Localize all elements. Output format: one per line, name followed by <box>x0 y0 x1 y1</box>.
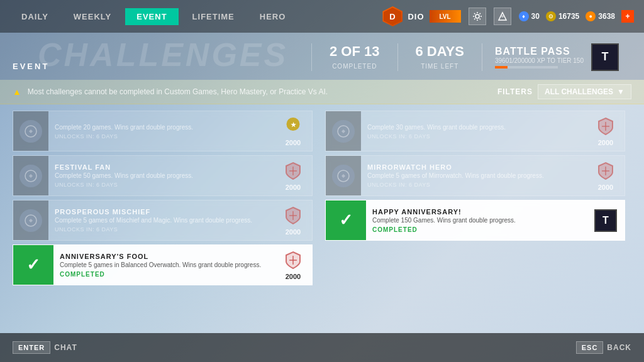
stats-bar: 2 OF 13 COMPLETED 6 DAYS TIME LEFT BATTL… <box>311 43 631 71</box>
challenge-desc-3: Complete 5 games of Mischief and Magic. … <box>55 217 268 224</box>
challenge-icon-box-2 <box>13 156 48 195</box>
challenge-reward-2: 2000 <box>274 156 312 195</box>
esc-key: ESC <box>576 341 604 354</box>
challenge-desc-2: Complete 50 games. Wins grant double pro… <box>55 172 268 179</box>
challenge-icon-5 <box>332 120 355 143</box>
svg-point-2 <box>475 14 479 18</box>
currency-bar: ♦ 30 ⊙ 16735 ● 3638 + <box>519 10 634 23</box>
challenge-unlock-3: UNLOCKS IN: 6 DAYS <box>55 226 268 233</box>
reward-value-4: 2000 <box>286 273 301 280</box>
challenge-icon-2 <box>19 165 42 187</box>
challenge-card-6: MIRRORWATCH HERO Complete 5 games of Mir… <box>325 155 625 196</box>
premium-currency-icon: ♦ <box>519 11 529 21</box>
filters-dropdown[interactable]: ALL CHALLENGES ▼ <box>538 84 631 99</box>
tab-event[interactable]: EVENT <box>125 8 178 25</box>
main-content: Complete 20 games. Wins grant double pro… <box>0 104 644 334</box>
enter-label: CHAT <box>54 343 77 352</box>
currency-gold: ⊙ 16735 <box>546 11 579 21</box>
time-left-label: TIME LEFT <box>421 63 458 70</box>
xp-bar <box>495 66 558 69</box>
gold-currency-icon: ⊙ <box>546 11 556 21</box>
filters-section: FILTERS ALL CHALLENGES ▼ <box>497 84 631 99</box>
filters-value: ALL CHALLENGES <box>545 87 613 96</box>
top-right: D DIO LVL ♦ 30 ⊙ 1 <box>382 6 634 26</box>
enter-chat-btn[interactable]: ENTER CHAT <box>13 341 77 354</box>
challenge-unlock-5: UNLOCKS IN: 6 DAYS <box>367 133 580 140</box>
tab-daily[interactable]: DAILY <box>10 8 60 25</box>
battle-pass-block: BATTLE PASS 39601/200000 XP TO TIER 150 … <box>482 43 631 71</box>
menu-icon-btn[interactable] <box>494 8 511 25</box>
tab-hero[interactable]: HERO <box>248 8 297 25</box>
challenge-check-7: ✓ <box>326 200 366 240</box>
esc-back-btn[interactable]: ESC BACK <box>576 341 631 354</box>
time-left-stat: 6 DAYS TIME LEFT <box>398 43 482 71</box>
challenge-unlock-2: UNLOCKS IN: 6 DAYS <box>55 182 268 188</box>
time-left-value: 6 DAYS <box>416 43 464 60</box>
challenge-icon-6 <box>332 165 355 187</box>
battle-pass-icon[interactable]: T <box>591 43 619 71</box>
challenge-reward-6: 2000 <box>587 156 625 195</box>
title-section: CHALLENGES EVENT 2 OF 13 COMPLETED 6 DAY… <box>0 33 644 80</box>
completed-value: 2 OF 13 <box>330 43 379 60</box>
right-challenges-column: Complete 30 games. Wins grant double pro… <box>325 111 631 327</box>
bottom-bar: ENTER CHAT ESC BACK <box>0 333 644 362</box>
enter-key: ENTER <box>13 341 50 354</box>
reward-value-5: 2000 <box>598 139 613 146</box>
svg-text:★: ★ <box>291 121 297 128</box>
challenge-body-1: Complete 20 games. Wins grant double pro… <box>48 111 274 151</box>
reward-icon-6 <box>597 161 614 181</box>
challenge-unlock-1: UNLOCKS IN: 6 DAYS <box>55 133 268 140</box>
reward-value-3: 2000 <box>286 228 301 236</box>
challenge-desc-4: Complete 5 games in Balanced Overwatch. … <box>60 261 268 268</box>
xp-fill <box>495 66 508 69</box>
challenge-card-5: Complete 30 games. Wins grant double pro… <box>325 111 625 151</box>
tab-weekly[interactable]: WEEKLY <box>62 8 123 25</box>
reward-value-2: 2000 <box>286 184 301 191</box>
orange-currency-icon: ● <box>586 11 596 21</box>
settings-icon-btn[interactable] <box>469 8 486 25</box>
challenge-icon-box-3 <box>13 200 48 240</box>
challenge-body-7: HAPPY ANNIVERSARY! Complete 150 Games. W… <box>366 200 587 240</box>
nav-tabs: DAILY WEEKLY EVENT LIFETIME HERO <box>10 8 297 25</box>
reward-t-icon: T <box>594 209 617 232</box>
level-display: LVL <box>430 10 461 23</box>
challenge-reward-7: T <box>587 200 625 240</box>
challenge-name-6: MIRRORWATCH HERO <box>367 163 580 171</box>
challenge-body-2: FESTIVAL FAN Complete 50 games. Wins gra… <box>48 156 274 195</box>
challenge-icon-3 <box>19 209 42 232</box>
premium-currency-value: 30 <box>531 12 540 21</box>
currency-orange: ● 3638 <box>586 11 615 21</box>
challenge-card-4: ✓ ANNIVERSARY'S FOOL Complete 5 games in… <box>13 244 313 285</box>
challenge-icon-box-6 <box>326 156 361 195</box>
battle-pass-info: BATTLE PASS 39601/200000 XP TO TIER 150 <box>495 46 584 69</box>
svg-point-3 <box>501 15 504 18</box>
esc-label: BACK <box>607 343 631 352</box>
reward-icon-3 <box>284 206 302 226</box>
gold-currency-value: 16735 <box>558 12 579 21</box>
challenge-name-7: HAPPY ANNIVERSARY! <box>372 208 580 216</box>
warning-bar: ▲ Most challenges cannot be completed in… <box>0 80 644 104</box>
reward-icon-5 <box>597 116 614 136</box>
reward-icon-2 <box>284 161 302 181</box>
challenge-card-7: ✓ HAPPY ANNIVERSARY! Complete 150 Games.… <box>325 200 625 241</box>
user-info: D DIO LVL <box>382 6 460 26</box>
challenge-desc-7: Complete 150 Games. Wins grant double pr… <box>372 217 580 224</box>
dropdown-arrow-icon: ▼ <box>617 87 625 96</box>
column-divider <box>319 111 325 327</box>
challenge-body-5: Complete 30 games. Wins grant double pro… <box>361 111 587 151</box>
challenge-icon-box-1 <box>13 111 48 151</box>
challenge-desc-1: Complete 20 games. Wins grant double pro… <box>55 124 268 131</box>
challenge-reward-3: 2000 <box>274 200 312 240</box>
add-currency-button[interactable]: + <box>621 10 634 23</box>
reward-value-1: 2000 <box>286 139 301 146</box>
left-challenges-column: Complete 20 games. Wins grant double pro… <box>13 111 319 327</box>
reward-icon-1: ★ <box>284 116 302 136</box>
orange-currency-value: 3638 <box>598 12 615 21</box>
completed-label: COMPLETED <box>332 63 377 70</box>
challenge-card-1: Complete 20 games. Wins grant double pro… <box>13 111 313 151</box>
tab-lifetime[interactable]: LIFETIME <box>181 8 246 25</box>
challenge-body-6: MIRRORWATCH HERO Complete 5 games of Mir… <box>361 156 587 195</box>
reward-icon-4 <box>284 250 302 270</box>
filters-label: FILTERS <box>497 87 533 96</box>
challenge-icon-1 <box>19 120 42 143</box>
